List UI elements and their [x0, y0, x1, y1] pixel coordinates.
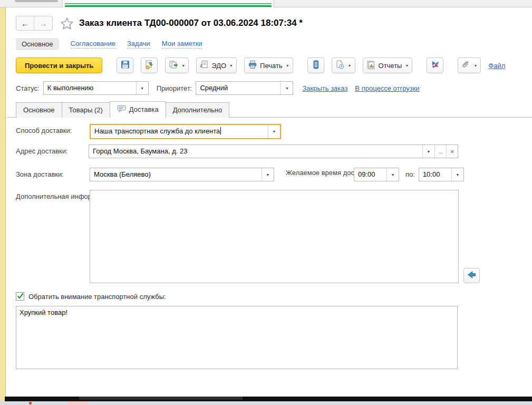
delivery-address-label: Адрес доставки:: [16, 144, 85, 155]
list-icon: [312, 60, 320, 71]
delivery-address-input[interactable]: Город Москва, Баумана, д. 23 ▼ ... ×: [89, 144, 458, 158]
dropdown-arrow[interactable]: ▼: [386, 168, 399, 181]
document-clock-icon: [335, 60, 345, 71]
edo-icon: [200, 60, 209, 71]
extra-info-textarea[interactable]: [90, 190, 459, 283]
delivery-method-row: Способ доставки: Наша транспортная служб…: [16, 124, 532, 139]
edo-button[interactable]: ЭДО ▼: [196, 57, 237, 73]
document-history-button[interactable]: ▼: [332, 57, 355, 73]
navlink-approval[interactable]: Согласование: [71, 40, 115, 49]
pink-badge: [67, 401, 89, 405]
shipping-in-progress-link[interactable]: В процессе отгрузки: [355, 84, 419, 92]
delivery-zone-row: Зона доставки: Москва (Беляево) ▼ Желаем…: [16, 168, 532, 181]
delivery-zone-label: Зона доставки:: [16, 168, 86, 178]
reports-icon: [366, 60, 376, 71]
dropdown-arrow[interactable]: ▼: [451, 168, 463, 181]
print-button[interactable]: Печать ▼: [244, 57, 293, 73]
time-from-value: 09:00: [354, 168, 386, 181]
extra-info-row: Дополнительная информация по доставке:: [16, 190, 532, 283]
dropdown-arrow: ▼: [286, 64, 289, 68]
messenger-pinwheel-icon: [431, 60, 440, 71]
toolbar: Провести и закрыть ▼ ЭДО ▼: [16, 57, 532, 74]
copy-create-button[interactable]: ▼: [165, 57, 189, 73]
forward-button[interactable]: →: [34, 16, 52, 30]
status-value: К выполнению: [44, 82, 136, 94]
check-icon: [17, 293, 24, 301]
delivery-zone-combobox[interactable]: Москва (Беляево) ▼: [90, 168, 274, 181]
priority-select[interactable]: Средний ▼: [196, 81, 293, 95]
delivery-address-value: Город Москва, Баумана, д. 23: [89, 145, 422, 158]
tab-label: Дополнительно: [173, 106, 223, 114]
time-to-label: по:: [405, 168, 415, 178]
window-tab-strip: [0, 0, 532, 7]
page-title: Заказ клиента ТД00-000007 от 03.06.2024 …: [79, 18, 303, 28]
time-from-combobox[interactable]: 09:00 ▼: [354, 168, 399, 181]
back-button[interactable]: ←: [16, 16, 34, 30]
dropdown-arrow[interactable]: ▼: [136, 82, 148, 94]
tab-main[interactable]: Основное: [16, 102, 62, 118]
dropdown-arrow[interactable]: ▼: [268, 125, 280, 138]
status-row: Статус: К выполнению ▼ Приоритет: Средни…: [16, 81, 532, 95]
close-order-link[interactable]: Закрыть заказ: [302, 84, 347, 92]
dropdown-arrow[interactable]: ▼: [262, 168, 274, 181]
paperclip-icon: [461, 60, 470, 71]
navlink-main[interactable]: Основное: [16, 38, 59, 50]
file-link[interactable]: Файл: [488, 62, 505, 70]
tab-label: Основное: [23, 106, 55, 114]
delivery-method-value: Наша транспортная служба до клиента: [91, 125, 268, 138]
reports-button[interactable]: Отчеты ▼: [363, 57, 413, 73]
left-panel-strip: [0, 7, 6, 397]
attention-note-textarea[interactable]: Хрупкий товар!: [16, 306, 458, 369]
attention-note-row: Хрупкий товар!: [16, 306, 532, 369]
attachments-button[interactable]: ▼: [458, 57, 481, 73]
dropdown-arrow[interactable]: ▼: [422, 145, 434, 158]
address-clear-button[interactable]: ×: [446, 145, 458, 158]
save-button[interactable]: [117, 57, 133, 73]
save-icon: [121, 60, 130, 71]
favorite-star-icon[interactable]: [60, 17, 74, 30]
list-button[interactable]: [307, 57, 324, 73]
copy-icon: [169, 60, 178, 71]
desired-time-label: Желаемое время доставки с:: [286, 168, 350, 177]
comment-bubble-icon: [117, 105, 126, 114]
print-icon: [248, 60, 257, 71]
tab-additional[interactable]: Дополнительно: [166, 102, 230, 118]
priority-label: Приоритет:: [157, 84, 192, 92]
tab-goods[interactable]: Товары (2): [62, 102, 110, 118]
fill-from-button[interactable]: [463, 268, 480, 283]
post-document-icon: [144, 60, 154, 71]
tab-label: Товары (2): [69, 106, 103, 114]
blue-left-arrow-icon: [467, 271, 476, 281]
tab-delivery[interactable]: Доставка: [110, 101, 166, 118]
edo-label: ЭДО: [211, 62, 226, 70]
status-select[interactable]: К выполнению ▼: [43, 81, 149, 95]
delivery-method-label: Способ доставки:: [16, 124, 86, 134]
delivery-form: Способ доставки: Наша транспортная служб…: [16, 118, 532, 369]
bottom-taskbar-sliver: [0, 401, 532, 405]
tab-label: Доставка: [129, 105, 159, 113]
attention-checkbox[interactable]: [16, 292, 24, 301]
dropdown-arrow: ▼: [473, 64, 477, 68]
address-ellipsis-button[interactable]: ...: [434, 145, 446, 158]
delivery-method-combobox[interactable]: Наша транспортная служба до клиента ▼: [90, 124, 281, 139]
post-document-button[interactable]: [141, 57, 158, 73]
header-row: ← → Заказ клиента ТД00-000007 от 03.06.2…: [16, 15, 532, 32]
status-label: Статус:: [16, 84, 40, 92]
dropdown-arrow: ▼: [348, 64, 352, 68]
discussions-button[interactable]: [427, 57, 443, 73]
active-window-tab[interactable]: [62, 0, 274, 7]
dropdown-arrow: ▼: [405, 64, 409, 68]
reports-label: Отчеты: [379, 62, 402, 70]
navlink-notes[interactable]: Мои заметки: [162, 40, 202, 49]
time-to-combobox[interactable]: 10:00 ▼: [419, 168, 464, 181]
post-and-close-button[interactable]: Провести и закрыть: [16, 57, 102, 73]
attention-checkbox-label: Обратить внимание транспортной службы:: [28, 293, 166, 301]
dropdown-arrow: ▼: [229, 64, 233, 68]
time-to-value: 10:00: [419, 168, 451, 181]
attention-row: Обратить внимание транспортной службы:: [16, 292, 532, 301]
delivery-address-row: Адрес доставки: Город Москва, Баумана, д…: [16, 144, 532, 158]
nav-links-row: Основное Согласование Задачи Мои заметки: [16, 37, 532, 50]
navlink-tasks[interactable]: Задачи: [127, 40, 150, 49]
active-tab-underline: [65, 5, 272, 7]
dropdown-arrow[interactable]: ▼: [280, 82, 293, 94]
